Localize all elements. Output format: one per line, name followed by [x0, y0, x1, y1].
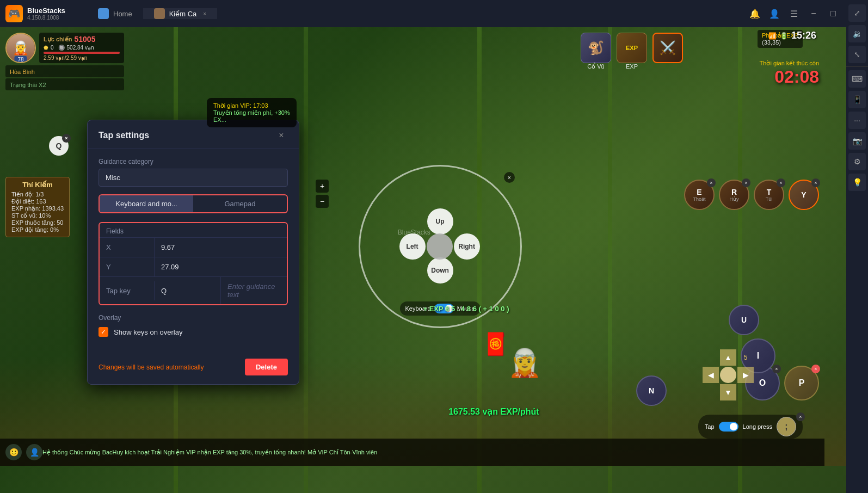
dpad-center[interactable] [427, 233, 453, 260]
zoom-in-btn[interactable]: + [316, 180, 329, 193]
exp-btn[interactable]: EXP EXP [617, 33, 647, 70]
y-field-value[interactable]: 27.09 [154, 257, 287, 276]
logo-text: BlueStacks 4.150.8.1008 [27, 7, 65, 21]
sidebar-resize-btn[interactable]: ⤡ [848, 46, 866, 63]
dpad-down[interactable]: Down [427, 257, 453, 284]
t-close[interactable]: × [777, 178, 785, 187]
tab-kiem-ca-label: Kiếm Ca [169, 10, 197, 18]
sidebar-settings-btn[interactable]: ⚙ [848, 153, 866, 170]
exp-label: EXP [626, 63, 638, 70]
bluestacks-logo-icon: 🎮 [5, 5, 23, 22]
arrow-up[interactable]: ▲ [720, 349, 736, 366]
chat-user-btn[interactable]: 👤 [26, 444, 42, 460]
co-vu-btn[interactable]: 🐒 Cổ Vũ [581, 33, 611, 70]
gamepad-tab-btn[interactable]: Gamepad [193, 195, 287, 212]
longpress-close[interactable]: × [796, 412, 805, 421]
expand-btn[interactable]: ⤢ [848, 4, 866, 22]
co-vu-label: Cổ Vũ [587, 63, 604, 70]
game-character: 🧝 [508, 347, 541, 379]
game-area: 🧝 Lực chiến 51005 ⬟ 0 🔘 502.84 vạn 2.59 … [0, 27, 846, 466]
van-value: 502.84 vạn [67, 45, 94, 51]
thi-kiem-label: Thí Kiếm [11, 181, 64, 189]
overlay-section: Overlay ✓ Show keys on overlay [99, 314, 288, 337]
q-close-icon[interactable]: × [62, 134, 71, 143]
arrow-left[interactable]: ◀ [703, 367, 719, 383]
timer-value: 02:08 [760, 67, 819, 87]
n-skill-btn[interactable]: N [636, 375, 667, 406]
show-keys-row: ✓ Show keys on overlay [99, 327, 288, 337]
tap-key-placeholder[interactable]: Enter guidance text [220, 277, 287, 304]
tap-key-value[interactable]: Q [154, 281, 220, 300]
exp-popup: + EXP 8 5 . 4 8 6 ( + 1 0 0 ) [423, 305, 509, 313]
sidebar-volume-btn[interactable]: 🔉 [848, 25, 866, 42]
vip-info: Thời gian VIP: 17:03 Truyền tống miền ph… [207, 98, 297, 127]
top-bar: 🎮 BlueStacks 4.150.8.1008 Home Kiếm Ca ×… [0, 0, 868, 27]
sidebar-phone-btn[interactable]: 📱 [848, 91, 866, 108]
show-keys-label: Show keys on overlay [114, 328, 182, 336]
player-name: Hòa Bình [10, 69, 35, 75]
tap-label: Tap [705, 423, 715, 430]
arrow-center[interactable] [720, 367, 736, 383]
menu-btn[interactable]: ☰ [787, 7, 801, 20]
show-keys-checkbox[interactable]: ✓ [99, 327, 108, 337]
time-display: 15:26 [791, 30, 816, 41]
guidance-category-label: Guidance category [99, 158, 288, 165]
sidebar-light-btn[interactable]: 💡 [848, 174, 866, 191]
dpad-up[interactable]: Up [427, 208, 453, 235]
minimize-btn[interactable]: − [807, 7, 820, 20]
arrow-right[interactable]: ▶ [737, 367, 754, 383]
joystick-close-icon[interactable]: × [504, 172, 515, 183]
e-skill-btn[interactable]: × E Thoát [684, 180, 715, 210]
sidebar-camera-btn[interactable]: 📷 [848, 132, 866, 150]
q-button[interactable]: Q × [49, 136, 69, 156]
zoom-out-btn[interactable]: − [316, 195, 329, 208]
r-close[interactable]: × [742, 178, 750, 187]
zoom-controls: + − [316, 180, 329, 208]
sidebar-more-btn[interactable]: ··· [848, 112, 866, 129]
exp-doi-tang: EXP đội tăng: 0% [11, 226, 64, 233]
modal-close-btn[interactable]: × [275, 129, 288, 142]
chat-emoji-btn[interactable]: 🙂 [5, 444, 22, 460]
tap-toggle-switch[interactable] [719, 422, 738, 432]
skill-btn[interactable]: ⚔️ [652, 33, 683, 70]
r-skill-btn[interactable]: × R Hủy [719, 180, 749, 210]
dpad-right[interactable]: Right [454, 233, 480, 260]
overlay-title: Overlay [99, 314, 288, 322]
t-skill-btn[interactable]: × T Túi [754, 180, 784, 210]
semicolon-btn[interactable]: ; [777, 417, 796, 436]
van-stat: 2.59 vạn/2.59 vạn [44, 55, 120, 61]
treasure-chest: 🧧 [482, 331, 509, 357]
y-skill-btn[interactable]: × Y [789, 180, 819, 210]
y-close[interactable]: × [811, 178, 820, 187]
notification-btn[interactable]: 🔔 [748, 7, 761, 20]
p-skill-btn[interactable]: × P [784, 366, 819, 400]
dpad-left[interactable]: Left [399, 233, 426, 260]
arrow-down[interactable]: ▼ [720, 384, 736, 400]
player-stats: Lực chiến 51005 ⬟ 0 🔘 502.84 vạn 2.59 vạ… [39, 33, 124, 63]
delete-button[interactable]: Delete [245, 359, 288, 375]
timer-label: Thời gian kết thúc còn [760, 60, 819, 67]
right-sidebar: ⤢ 🔉 ⤡ ⌨ 📱 ··· 📷 ⚙ 💡 [846, 0, 868, 493]
vip-benefit: Truyền tống miền phí, +30% [213, 109, 290, 116]
app-name: BlueStacks [27, 7, 65, 15]
sidebar-keyboard-btn[interactable]: ⌨ [848, 70, 866, 88]
tab-home[interactable]: Home [87, 8, 143, 19]
player-avatar: 🧝 [5, 33, 36, 63]
profile-btn[interactable]: 👤 [768, 7, 781, 20]
arrow-pad: ▲ 5 ◀ ▶ ▼ [703, 349, 754, 400]
fields-header: Fields [100, 223, 287, 237]
y-field-label: Y [100, 257, 154, 276]
x-field-value[interactable]: 9.67 [154, 238, 287, 257]
kiem-ca-tab-icon [154, 8, 165, 19]
tab-kiem-ca[interactable]: Kiếm Ca × [143, 8, 217, 19]
e-close[interactable]: × [707, 178, 716, 187]
doi-diet: Đội diệt: 163 [11, 198, 64, 205]
tab-close-icon[interactable]: × [203, 11, 206, 17]
maximize-btn[interactable]: □ [827, 7, 840, 20]
guidance-category-input[interactable] [99, 169, 288, 187]
tap-longpress-toggle: Tap Long press ; × [698, 415, 803, 439]
exp-nhan: EXP nhận: 1393.43 [11, 205, 64, 212]
player-title: Trạng thái X2 [10, 82, 46, 88]
u-skill-btn[interactable]: U [729, 305, 759, 335]
keyboard-tab-btn[interactable]: Keyboard and mo... [100, 195, 193, 212]
